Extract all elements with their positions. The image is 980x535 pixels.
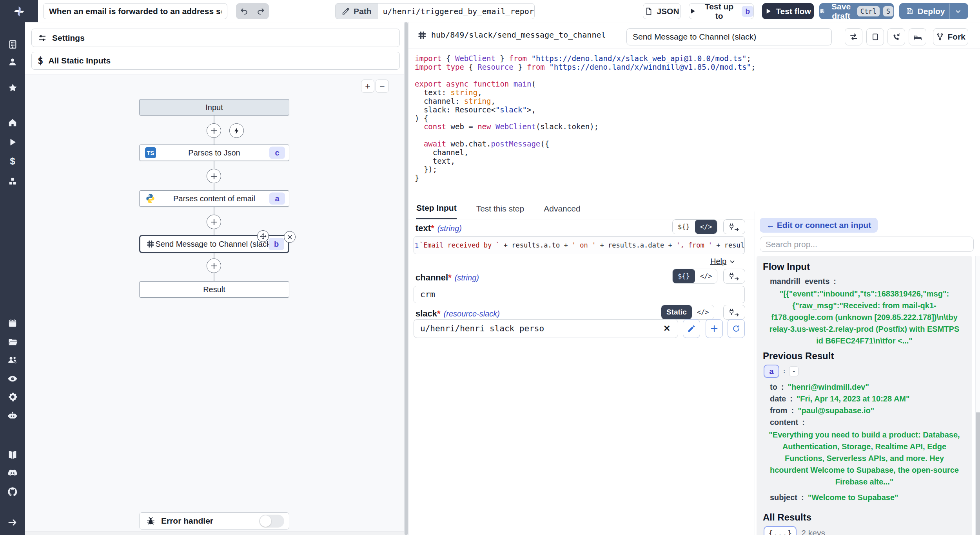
insert-step-button[interactable] xyxy=(207,169,221,183)
tab-step-input[interactable]: Step Input xyxy=(416,198,457,219)
channel-value-input[interactable] xyxy=(414,286,745,303)
prop-search-input[interactable] xyxy=(760,237,974,252)
scrollbar-thumb[interactable] xyxy=(405,22,408,535)
fork-button[interactable]: Fork xyxy=(933,28,968,45)
scrollbar-thumb[interactable] xyxy=(976,412,980,535)
sidebar-item-schedules[interactable] xyxy=(0,316,25,330)
result-a-badge[interactable]: a xyxy=(764,365,779,378)
windmill-logo[interactable] xyxy=(0,0,38,22)
node-id-badge[interactable]: a xyxy=(269,193,285,205)
sidebar-item-folders[interactable] xyxy=(0,335,25,349)
sidebar-item-variables[interactable]: $ xyxy=(0,154,25,168)
canvas-footer-strip xyxy=(25,531,404,535)
sidebar-item-runs[interactable] xyxy=(0,135,25,149)
suspend-approval-button[interactable] xyxy=(887,28,905,45)
node-id-badge[interactable]: b xyxy=(269,238,284,250)
test-up-to-button[interactable]: Test up to b xyxy=(689,3,754,19)
text-expression-editor[interactable]: 1 `Email received by ` + results.a.to + … xyxy=(414,236,745,254)
delete-step-button[interactable] xyxy=(284,231,296,243)
step-badge-b[interactable]: b xyxy=(742,6,753,17)
result-content-value[interactable]: "Everything you need to build a product:… xyxy=(765,429,964,488)
help-link[interactable]: Help xyxy=(710,257,736,266)
path-input[interactable]: u/henri/triggered_by_email_report_email xyxy=(378,3,535,19)
trigger-step-button[interactable] xyxy=(229,123,244,138)
step-tabs: Step Input Test this step Advanced xyxy=(408,198,755,219)
clear-resource-button[interactable]: ✕ xyxy=(663,324,670,334)
test-flow-button[interactable]: Test flow xyxy=(762,3,814,19)
result-content-row[interactable]: content: xyxy=(763,416,969,428)
flow-canvas[interactable]: + − Input TS Parses to Json c xyxy=(25,74,404,535)
redo-button[interactable] xyxy=(252,3,269,19)
sidebar-item-docs[interactable] xyxy=(0,448,25,462)
prop-panel-scrollbar[interactable] xyxy=(975,256,980,535)
mode-javascript-option[interactable]: </> xyxy=(695,220,717,234)
insert-step-button[interactable] xyxy=(207,215,221,229)
result-from-row[interactable]: from:"paul@supabase.io" xyxy=(763,405,969,416)
move-step-button[interactable] xyxy=(257,230,269,242)
mode-javascript-option[interactable]: </> xyxy=(692,305,714,319)
insert-step-button[interactable] xyxy=(207,123,221,138)
panel-splitter[interactable] xyxy=(404,22,408,535)
all-static-inputs-button[interactable]: $ All Static Inputs xyxy=(31,52,400,70)
flow-node-input[interactable]: Input xyxy=(139,99,289,116)
flow-input-value[interactable]: "[{"event":"inbound","ts":1683819426,"ms… xyxy=(765,288,964,347)
insert-step-button[interactable] xyxy=(207,258,221,273)
connect-input-button[interactable] xyxy=(723,269,745,284)
all-results-object-badge[interactable]: {...} xyxy=(764,526,797,535)
result-to-row[interactable]: to:"henri@windmill.dev" xyxy=(763,381,969,393)
sidebar-item-github[interactable] xyxy=(0,485,25,499)
add-resource-button[interactable] xyxy=(706,319,723,338)
sleep-step-button[interactable] xyxy=(909,28,926,45)
tab-advanced[interactable]: Advanced xyxy=(544,198,580,219)
mode-javascript-option[interactable]: </> xyxy=(695,269,717,283)
sidebar-item-audit-logs[interactable] xyxy=(0,372,25,386)
sidebar-item-home[interactable] xyxy=(0,116,25,130)
connect-input-button[interactable] xyxy=(723,219,745,234)
chevron-down-icon[interactable] xyxy=(954,7,962,15)
flow-node-parses-to-json[interactable]: TS Parses to Json c xyxy=(139,145,289,161)
mode-static-option[interactable]: Static xyxy=(661,305,692,319)
deploy-label: Deploy xyxy=(917,7,945,16)
collapse-button[interactable]: - xyxy=(789,366,799,376)
flow-node-parses-content-of-email[interactable]: Parses content of email a xyxy=(139,190,289,207)
result-subject-row[interactable]: subject:"Welcome to Supabase" xyxy=(763,492,969,503)
sidebar-expand-button[interactable] xyxy=(0,515,25,530)
code-editor[interactable]: import { WebClient } from "https://deno.… xyxy=(408,49,755,198)
deploy-button[interactable]: Deploy xyxy=(899,3,968,19)
flow-node-result[interactable]: Result xyxy=(139,281,289,298)
box-view-button[interactable] xyxy=(866,28,884,45)
step-summary-input[interactable] xyxy=(626,28,832,45)
edit-resource-button[interactable] xyxy=(683,319,700,338)
error-handler-node[interactable]: Error handler xyxy=(139,512,289,530)
undo-button[interactable] xyxy=(236,3,252,19)
json-button[interactable]: JSON xyxy=(643,3,681,19)
error-handler-toggle[interactable] xyxy=(259,515,284,528)
refresh-resource-button[interactable] xyxy=(728,319,745,338)
sidebar-item-workspace[interactable] xyxy=(0,37,25,51)
flow-name-input[interactable] xyxy=(43,3,227,19)
sidebar-item-discord[interactable] xyxy=(0,466,25,480)
sidebar-item-resources[interactable] xyxy=(0,174,25,188)
slack-resource-input[interactable] xyxy=(414,319,678,338)
zoom-out-button[interactable]: − xyxy=(376,80,389,93)
zoom-in-button[interactable]: + xyxy=(361,80,374,93)
sidebar-item-favorites[interactable] xyxy=(0,81,25,95)
flow-settings-button[interactable]: Settings xyxy=(31,29,400,47)
mode-template-option[interactable]: ${} xyxy=(673,269,695,283)
sidebar-item-workers[interactable] xyxy=(0,408,25,423)
edit-or-connect-button[interactable]: ← Edit or connect an input xyxy=(760,218,878,233)
swap-script-button[interactable] xyxy=(845,28,862,45)
connect-input-button[interactable] xyxy=(723,305,745,320)
flow-input-key-row[interactable]: mandrill_events: xyxy=(763,275,969,287)
result-date-row[interactable]: date:"Fri, Apr 14, 2023 at 10:28 AM" xyxy=(763,393,969,405)
path-edit-button[interactable]: Path xyxy=(335,3,378,19)
sidebar-item-user[interactable] xyxy=(0,55,25,69)
tab-test-this-step[interactable]: Test this step xyxy=(476,198,524,219)
sidebar-item-settings[interactable] xyxy=(0,390,25,404)
node-id-badge[interactable]: c xyxy=(269,147,285,159)
mode-template-option[interactable]: ${} xyxy=(673,220,695,234)
save-draft-button[interactable]: Save draft Ctrl S xyxy=(819,3,894,19)
file-json-icon xyxy=(644,7,653,16)
prop-picker-scroll[interactable]: Flow Input mandrill_events: "[{"event":"… xyxy=(757,256,972,535)
sidebar-item-groups[interactable] xyxy=(0,353,25,367)
